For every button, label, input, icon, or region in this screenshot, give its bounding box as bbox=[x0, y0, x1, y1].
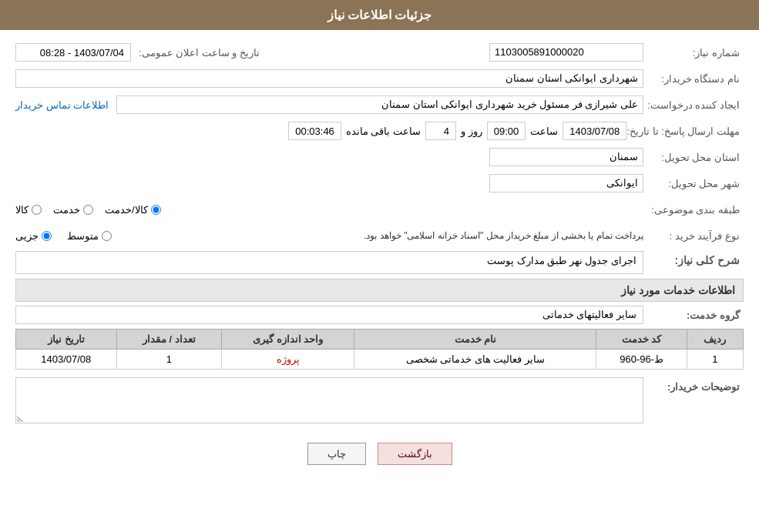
radio-kala: کالا bbox=[15, 204, 42, 216]
radio-khadmat: خدمت bbox=[53, 204, 93, 216]
col-unit: واحد اندازه گیری bbox=[222, 330, 354, 350]
radio-kala-khadmat-label: کالا/خدمت bbox=[105, 204, 148, 216]
time-label: ساعت bbox=[526, 125, 563, 137]
category-options: کالا/خدمت خدمت کالا bbox=[15, 204, 643, 216]
table-row: 1ط-96-960سایر فعالیت های خدماتی شخصیپروژ… bbox=[16, 350, 744, 370]
city-row: شهر محل تحویل: ایوانکی bbox=[15, 172, 744, 194]
cell-unit: پروژه bbox=[222, 350, 354, 370]
radio-kala-label: کالا bbox=[15, 204, 29, 216]
back-button[interactable]: بازگشت bbox=[378, 443, 452, 465]
remaining-label: ساعت باقی مانده bbox=[341, 125, 425, 137]
col-radif: ردیف bbox=[687, 330, 743, 350]
cell-code: ط-96-960 bbox=[596, 350, 687, 370]
radio-jozee: جزیی bbox=[15, 230, 52, 242]
deadline-date: 1403/07/08 bbox=[563, 122, 626, 140]
group-label: گروه خدمت: bbox=[643, 309, 744, 321]
radio-jozee-label: جزیی bbox=[15, 230, 39, 242]
creator-row: ایجاد کننده درخواست: علی شیرازی فر مسئول… bbox=[15, 94, 744, 115]
shomara-row: شماره نیاز: 1103005891000020 تاریخ و ساع… bbox=[15, 42, 744, 63]
deadline-row: مهلت ارسال پاسخ: تا تاریخ: 1403/07/08 سا… bbox=[15, 120, 744, 142]
category-row: طبقه بندی موضوعی: کالا/خدمت خدمت کالا bbox=[15, 199, 744, 220]
deadline-label: مهلت ارسال پاسخ: تا تاریخ: bbox=[626, 125, 744, 137]
radio-kala-input[interactable] bbox=[32, 205, 42, 215]
shomara-value: 1103005891000020 bbox=[489, 43, 643, 62]
group-value: سایر فعالیتهای خدماتی bbox=[15, 306, 643, 324]
announce-label: تاریخ و ساعت اعلان عمومی: bbox=[131, 47, 264, 59]
city-label: شهر محل تحویل: bbox=[643, 178, 744, 189]
services-table: ردیف کد خدمت نام خدمت واحد اندازه گیری ت… bbox=[15, 329, 744, 370]
radio-motavaset-label: متوسط bbox=[67, 230, 99, 242]
purchase-type-options: پرداخت تمام یا بخشی از مبلغ خریداز محل "… bbox=[15, 230, 643, 242]
radio-motavaset-input[interactable] bbox=[102, 231, 112, 241]
radio-motavaset: متوسط bbox=[67, 230, 112, 242]
radio-khadmat-input[interactable] bbox=[83, 205, 93, 215]
announce-value: 1403/07/04 - 08:28 bbox=[15, 43, 131, 62]
purchase-type-row: نوع فرآیند خرید : پرداخت تمام یا بخشی از… bbox=[15, 225, 744, 246]
shomara-label: شماره نیاز: bbox=[643, 47, 744, 59]
province-label: استان محل تحویل: bbox=[643, 152, 744, 163]
cell-date: 1403/07/08 bbox=[16, 350, 117, 370]
purchase-type-label: نوع فرآیند خرید : bbox=[643, 230, 744, 242]
cell-radif: 1 bbox=[687, 350, 743, 370]
group-row: گروه خدمت: سایر فعالیتهای خدماتی bbox=[15, 306, 744, 324]
col-qty: تعداد / مقدار bbox=[116, 330, 222, 350]
notes-label: توضیحات خریدار: bbox=[643, 377, 744, 393]
footer-buttons: بازگشت چاپ bbox=[15, 431, 744, 473]
radio-jozee-input[interactable] bbox=[42, 231, 52, 241]
services-table-container: ردیف کد خدمت نام خدمت واحد اندازه گیری ت… bbox=[15, 329, 744, 370]
col-code: کد خدمت bbox=[596, 330, 687, 350]
notes-textarea[interactable] bbox=[15, 377, 643, 423]
day-label: روز و bbox=[456, 125, 487, 137]
province-value: سمنان bbox=[489, 148, 643, 166]
print-button[interactable]: چاپ bbox=[307, 443, 366, 465]
services-section-title: اطلاعات خدمات مورد نیاز bbox=[15, 279, 744, 302]
namdastgah-label: نام دستگاه خریدار: bbox=[643, 73, 744, 85]
creator-value: علی شیرازی فر مسئول خرید شهرداری ایوانکی… bbox=[116, 95, 643, 114]
col-date: تاریخ نیاز bbox=[16, 330, 117, 350]
sharh-row: شرح کلی نیاز: اجرای جدول نهر طبق مدارک پ… bbox=[15, 251, 744, 274]
city-value: ایوانکی bbox=[489, 174, 643, 192]
purchase-note: پرداخت تمام یا بخشی از مبلغ خریداز محل "… bbox=[127, 230, 643, 241]
namdastgah-row: نام دستگاه خریدار: شهرداری ایوانکی استان… bbox=[15, 68, 744, 89]
page-header: جزئیات اطلاعات نیاز bbox=[0, 0, 759, 30]
radio-kala-khadmat-input[interactable] bbox=[151, 205, 161, 215]
namdastgah-value: شهرداری ایوانکی استان سمنان bbox=[15, 69, 643, 88]
deadline-time: 09:00 bbox=[487, 122, 526, 140]
deadline-days: 4 bbox=[425, 122, 456, 140]
cell-name: سایر فعالیت های خدماتی شخصی bbox=[354, 350, 596, 370]
radio-khadmat-label: خدمت bbox=[53, 204, 80, 216]
sharh-value: اجرای جدول نهر طبق مدارک پوست bbox=[15, 251, 643, 274]
province-row: استان محل تحویل: سمنان bbox=[15, 146, 744, 168]
notes-row: توضیحات خریدار: bbox=[15, 377, 744, 423]
contact-link[interactable]: اطلاعات تماس خریدار bbox=[15, 99, 109, 111]
remaining-time: 00:03:46 bbox=[288, 122, 341, 140]
radio-kala-khadmat: کالا/خدمت bbox=[105, 204, 161, 216]
cell-qty: 1 bbox=[116, 350, 222, 370]
category-label: طبقه بندی موضوعی: bbox=[643, 204, 744, 216]
page-title: جزئیات اطلاعات نیاز bbox=[327, 8, 432, 22]
creator-label: ایجاد کننده درخواست: bbox=[643, 99, 744, 111]
sharh-label: شرح کلی نیاز: bbox=[643, 251, 744, 266]
col-name: نام خدمت bbox=[354, 330, 596, 350]
